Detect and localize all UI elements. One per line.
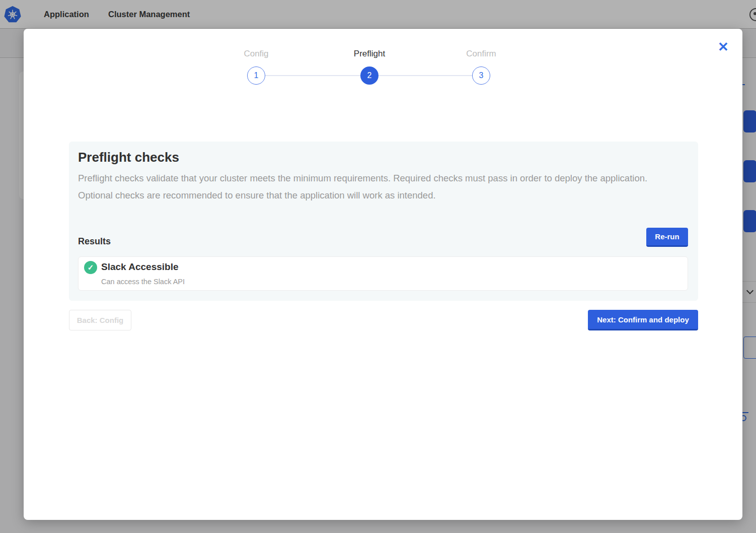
check-message: Can access the Slack API bbox=[101, 278, 185, 286]
screen: Application Cluster Management ✕ Config bbox=[0, 0, 756, 533]
step-circle-3: 3 bbox=[472, 66, 490, 85]
next-button[interactable]: Next: Confirm and deploy bbox=[588, 310, 698, 330]
step-circle-1: 1 bbox=[247, 66, 265, 85]
back-button[interactable]: Back: Config bbox=[69, 310, 131, 330]
check-result-item: ✓ Slack Accessible Can access the Slack … bbox=[78, 256, 688, 291]
step-label-confirm: Confirm bbox=[441, 49, 521, 59]
step-label-preflight: Preflight bbox=[329, 49, 410, 59]
step-label-config: Config bbox=[216, 49, 296, 59]
step-connector bbox=[265, 75, 360, 76]
preflight-panel: Preflight checks Preflight checks valida… bbox=[69, 142, 698, 301]
step-circle-2: 2 bbox=[360, 66, 379, 85]
step-connector bbox=[379, 75, 472, 76]
check-title: Slack Accessible bbox=[101, 261, 179, 273]
page-title: Preflight checks bbox=[78, 150, 179, 165]
preflight-description: Preflight checks validate that your clus… bbox=[78, 170, 672, 204]
rerun-button[interactable]: Re-run bbox=[646, 228, 688, 247]
check-pass-icon: ✓ bbox=[84, 261, 97, 274]
close-icon[interactable]: ✕ bbox=[713, 37, 733, 57]
preflight-modal: ✕ Config Preflight Confirm 1 2 3 Preflig… bbox=[24, 29, 742, 520]
results-label: Results bbox=[78, 236, 111, 247]
